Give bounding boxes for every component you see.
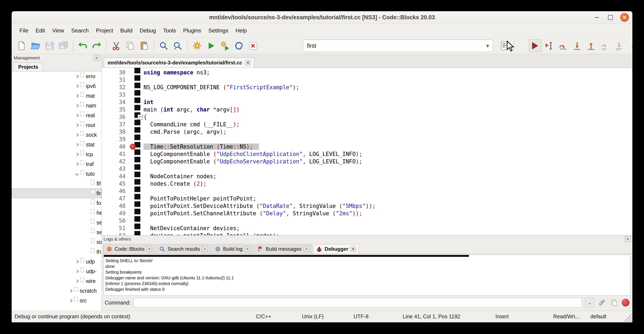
tree-item-traf[interactable]: traf <box>12 159 102 169</box>
abort-button[interactable] <box>247 40 259 52</box>
tab-projects[interactable]: Projects <box>13 63 43 71</box>
step-out-button[interactable] <box>585 40 598 52</box>
line-number[interactable]: 31 <box>102 77 126 83</box>
project-tree[interactable]: erroipv6matnamrealroutsockstattcptraftut… <box>12 71 102 311</box>
line-number[interactable]: 48 <box>102 203 126 209</box>
line-number[interactable]: 50 <box>102 218 126 224</box>
run-to-cursor-button[interactable] <box>543 40 556 52</box>
tab-close-icon[interactable]: × <box>245 246 250 252</box>
save-all-button[interactable] <box>57 40 70 52</box>
code-line-42[interactable]: 42 LogComponentEnable ("UdpEchoServerApp… <box>102 158 632 165</box>
tree-item-fif[interactable]: fif <box>12 179 102 188</box>
step-into-instruction-button[interactable] <box>613 40 625 52</box>
line-number[interactable]: 39 <box>102 136 126 142</box>
breakpoint-icon[interactable] <box>130 144 136 150</box>
titlebar[interactable]: mnt/dev/tools/source/ns-3-dev/examples/t… <box>12 11 632 24</box>
tree-item-sock[interactable]: sock <box>12 130 102 140</box>
tree-item-th[interactable]: th <box>12 247 102 257</box>
editor-tab-first-cc[interactable]: mnt/dev/tools/source/ns-3-dev/examples/t… <box>104 58 254 68</box>
new-file-button[interactable] <box>15 40 28 52</box>
line-number[interactable]: 30 <box>102 69 126 76</box>
tab-debugger[interactable]: Debugger × <box>313 244 359 254</box>
breakpoint-margin[interactable] <box>134 68 140 235</box>
code-line-46[interactable]: 46 <box>102 187 632 195</box>
debug-continue-button[interactable] <box>529 40 542 52</box>
chevron-right-icon[interactable] <box>69 289 72 292</box>
copy-button[interactable] <box>124 40 136 52</box>
logs-close-icon[interactable]: × <box>625 236 631 242</box>
chevron-right-icon[interactable] <box>76 124 78 127</box>
chevron-right-icon[interactable] <box>69 299 72 302</box>
code-line-47[interactable]: 47 PointToPointHelper pointToPoint; <box>102 195 632 202</box>
line-number[interactable]: 42 <box>102 158 126 165</box>
toolbar-overflow-button[interactable]: ⌄ <box>627 40 632 52</box>
stop-debugger-button[interactable] <box>622 299 630 306</box>
tree-item-mat[interactable]: mat <box>12 91 102 101</box>
save-button[interactable] <box>43 40 56 52</box>
tree-item-fo[interactable]: fo <box>12 198 102 208</box>
command-history-dropdown[interactable]: ⌄ <box>585 298 594 307</box>
copy-log-button[interactable] <box>610 298 619 307</box>
menu-debug[interactable]: Debug <box>136 26 160 36</box>
tree-item-scratch[interactable]: scratch <box>12 286 102 296</box>
line-number[interactable]: 43 <box>102 166 126 172</box>
tree-item-tcp[interactable]: tcp <box>12 149 102 159</box>
code-line-43[interactable]: 43 <box>102 165 632 173</box>
tab-codeblocks[interactable]: Code::Blocks × <box>103 244 155 254</box>
code-line-30[interactable]: 30using namespace ns3; <box>102 69 632 76</box>
line-number[interactable]: 32 <box>102 84 126 91</box>
menu-build[interactable]: Build <box>117 26 136 36</box>
tree-item-rout[interactable]: rout <box>12 120 102 130</box>
tree-item-he[interactable]: he <box>12 208 102 218</box>
chevron-right-icon[interactable] <box>76 75 78 78</box>
code-line-39[interactable]: 39 <box>102 135 632 143</box>
tree-item-stat[interactable]: stat <box>12 140 102 149</box>
chevron-right-icon[interactable] <box>76 95 78 97</box>
chevron-right-icon[interactable] <box>76 163 78 166</box>
line-number[interactable]: 34 <box>102 99 126 105</box>
debugger-log-area[interactable]: Setting SHELL to '/bin/sh'doneSetting br… <box>104 255 631 295</box>
menu-view[interactable]: View <box>49 26 68 36</box>
minimize-button[interactable] <box>593 14 600 21</box>
line-number[interactable]: 37 <box>102 121 126 128</box>
find-button[interactable] <box>157 40 170 52</box>
chevron-right-icon[interactable] <box>76 143 78 146</box>
tree-item-se[interactable]: se <box>12 227 102 237</box>
line-number[interactable]: 46 <box>102 188 126 194</box>
line-number[interactable]: 41 <box>102 151 126 157</box>
tree-item-nam[interactable]: nam <box>12 101 102 110</box>
chevron-right-icon[interactable] <box>76 260 78 263</box>
chevron-right-icon[interactable] <box>76 85 78 88</box>
resize-grip[interactable] <box>622 312 632 322</box>
code-line-37[interactable]: 37 CommandLine cmd (__FILE__); <box>102 121 632 128</box>
chevron-right-icon[interactable] <box>76 270 78 273</box>
chevron-right-icon[interactable] <box>76 280 78 282</box>
line-number[interactable]: 52 <box>102 232 126 235</box>
redo-button[interactable] <box>90 40 103 52</box>
tree-item-erro[interactable]: erro <box>12 71 102 81</box>
line-number[interactable]: 49 <box>102 210 126 217</box>
code-line-35[interactable]: 35main (int argc, char *argv[]) <box>102 106 632 113</box>
run-button[interactable] <box>205 40 218 52</box>
next-instruction-button[interactable] <box>599 40 612 52</box>
maximize-button[interactable] <box>606 14 614 21</box>
code-line-34[interactable]: 34int <box>102 98 632 106</box>
next-line-button[interactable] <box>557 40 570 52</box>
tree-item-se[interactable]: se <box>12 218 102 227</box>
chevron-right-icon[interactable] <box>76 114 78 117</box>
tab-search-results[interactable]: Search results × <box>156 244 210 254</box>
code-line-50[interactable]: 50 <box>102 217 632 224</box>
tab-build-log[interactable]: Build log × <box>212 244 253 254</box>
tree-item-wire[interactable]: wire <box>12 276 102 286</box>
tree-item-tuto[interactable]: tuto <box>12 169 102 179</box>
line-number[interactable]: 40 <box>102 143 126 150</box>
chevron-right-icon[interactable] <box>76 153 78 156</box>
editor-tab-close-icon[interactable]: × <box>245 60 251 66</box>
chevron-down-icon[interactable] <box>76 173 78 175</box>
menu-project[interactable]: Project <box>92 26 117 36</box>
management-close-icon[interactable]: × <box>94 55 100 61</box>
line-number[interactable]: 44 <box>102 173 126 179</box>
tree-item-src[interactable]: src <box>12 296 102 305</box>
code-line-48[interactable]: 48 pointToPoint.SetDeviceAttribute ("Dat… <box>102 202 632 210</box>
chevron-down-icon[interactable]: ▾ <box>486 43 489 49</box>
